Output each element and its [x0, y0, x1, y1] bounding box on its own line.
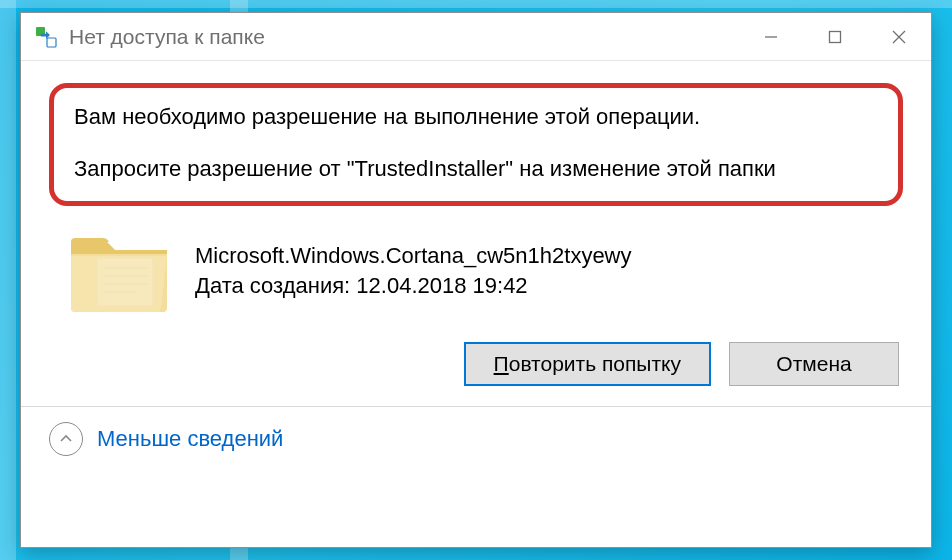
bg-decoration	[0, 0, 952, 8]
folder-info: Microsoft.Windows.Cortana_cw5n1h2txyewy …	[195, 241, 632, 303]
less-details-link[interactable]: Меньше сведений	[97, 426, 283, 452]
dialog-content: Вам необходимо разрешение на выполнение …	[21, 61, 931, 407]
maximize-button[interactable]	[803, 13, 867, 60]
folder-access-denied-dialog: Нет доступа к папке Вам необходимо разре…	[20, 12, 932, 548]
minimize-button[interactable]	[739, 13, 803, 60]
titlebar: Нет доступа к папке	[21, 13, 931, 61]
dialog-title: Нет доступа к папке	[69, 25, 739, 49]
folder-transfer-icon	[35, 26, 57, 48]
retry-button[interactable]: Повторить попытку	[464, 342, 711, 386]
message-line-2: Запросите разрешение от "TrustedInstalle…	[74, 154, 878, 184]
folder-details-row: Microsoft.Windows.Cortana_cw5n1h2txyewy …	[49, 228, 903, 314]
close-button[interactable]	[867, 13, 931, 60]
collapse-details-button[interactable]	[49, 422, 83, 456]
folder-icon	[67, 228, 171, 314]
folder-name: Microsoft.Windows.Cortana_cw5n1h2txyewy	[195, 241, 632, 272]
chevron-up-icon	[58, 431, 74, 447]
bg-decoration	[0, 0, 16, 560]
svg-rect-1	[47, 38, 56, 47]
cancel-button[interactable]: Отмена	[729, 342, 899, 386]
folder-date: Дата создания: 12.04.2018 19:42	[195, 271, 632, 302]
dialog-buttons: Повторить попытку Отмена	[49, 342, 903, 386]
dialog-footer: Меньше сведений	[21, 407, 931, 471]
window-controls	[739, 13, 931, 60]
svg-rect-3	[830, 31, 841, 42]
permission-message-highlight: Вам необходимо разрешение на выполнение …	[49, 83, 903, 206]
message-line-1: Вам необходимо разрешение на выполнение …	[74, 102, 878, 132]
